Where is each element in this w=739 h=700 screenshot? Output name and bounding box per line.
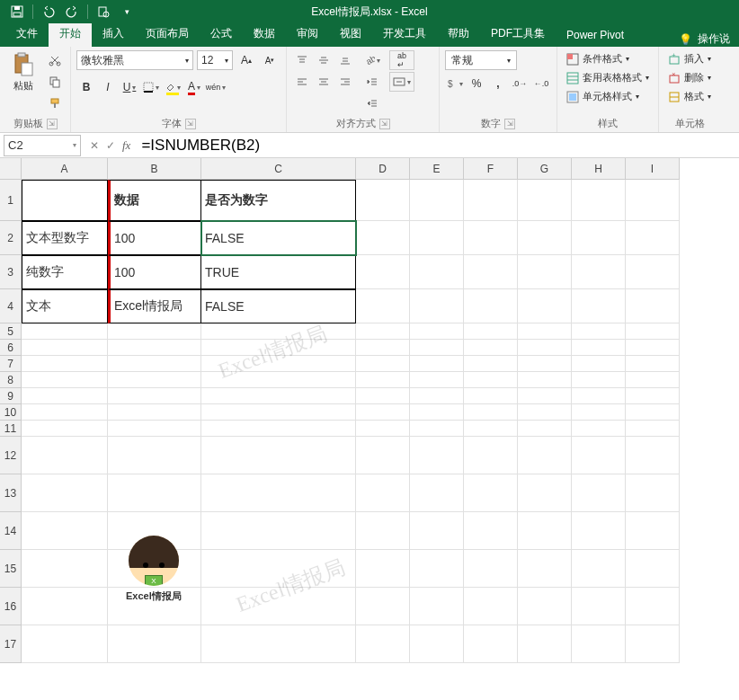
cell-G11[interactable] — [518, 421, 572, 437]
col-header-B[interactable]: B — [108, 158, 201, 180]
row-header-16[interactable]: 16 — [0, 588, 22, 625]
cell-F9[interactable] — [464, 388, 518, 404]
cell-A15[interactable] — [22, 550, 108, 588]
cell-C16[interactable] — [201, 588, 356, 625]
conditional-formatting-button[interactable]: 条件格式▾ — [563, 50, 653, 67]
cancel-formula-icon[interactable]: ✕ — [90, 139, 99, 152]
tab-help[interactable]: 帮助 — [437, 22, 480, 47]
cell-C17[interactable] — [201, 625, 356, 663]
align-center-icon[interactable] — [314, 72, 334, 92]
font-name-combo[interactable]: 微软雅黑▾ — [76, 50, 193, 70]
cell-D1[interactable] — [356, 180, 410, 221]
cell-C5[interactable] — [201, 323, 356, 340]
cell-A9[interactable] — [22, 388, 108, 404]
cell-I8[interactable] — [626, 372, 680, 388]
copy-icon[interactable] — [45, 72, 65, 92]
cell-H11[interactable] — [572, 421, 626, 437]
col-header-I[interactable]: I — [626, 158, 680, 180]
cell-H14[interactable] — [572, 512, 626, 550]
cell-G12[interactable] — [518, 437, 572, 474]
number-launcher-icon[interactable]: ⇲ — [504, 119, 515, 129]
cell-A12[interactable] — [22, 437, 108, 474]
cell-I7[interactable] — [626, 356, 680, 372]
cell-E12[interactable] — [410, 437, 464, 474]
comma-format-icon[interactable]: , — [488, 74, 508, 93]
paste-button[interactable]: 粘贴 — [5, 50, 41, 94]
row-header-8[interactable]: 8 — [0, 372, 22, 388]
cell-B17[interactable] — [108, 625, 201, 663]
cell-A11[interactable] — [22, 421, 108, 437]
cell-I6[interactable] — [626, 340, 680, 356]
cell-I3[interactable] — [626, 255, 680, 289]
decrease-decimal-icon[interactable]: ←.0 — [531, 74, 551, 93]
decrease-indent-icon[interactable] — [362, 72, 382, 92]
cell-I15[interactable] — [626, 550, 680, 588]
cell-D12[interactable] — [356, 437, 410, 474]
cell-B5[interactable] — [108, 323, 201, 340]
align-top-icon[interactable] — [292, 50, 312, 70]
row-header-7[interactable]: 7 — [0, 356, 22, 372]
cell-F3[interactable] — [464, 255, 518, 289]
format-painter-icon[interactable] — [45, 93, 65, 113]
cell-B12[interactable] — [108, 437, 201, 474]
row-header-6[interactable]: 6 — [0, 340, 22, 356]
cell-F17[interactable] — [464, 625, 518, 663]
cell-D3[interactable] — [356, 255, 410, 289]
cell-B7[interactable] — [108, 356, 201, 372]
cell-A4[interactable]: 文本 — [22, 289, 108, 323]
cell-D5[interactable] — [356, 323, 410, 340]
cell-C4[interactable]: FALSE — [201, 289, 356, 323]
cell-F12[interactable] — [464, 437, 518, 474]
orientation-icon[interactable]: ab — [362, 50, 382, 70]
row-header-11[interactable]: 11 — [0, 421, 22, 437]
cell-G9[interactable] — [518, 388, 572, 404]
cell-B1[interactable]: 数据 — [108, 180, 201, 221]
cell-F13[interactable] — [464, 474, 518, 512]
tab-review[interactable]: 审阅 — [286, 22, 329, 47]
row-header-1[interactable]: 1 — [0, 180, 22, 221]
cell-E9[interactable] — [410, 388, 464, 404]
insert-cells-button[interactable]: +插入▾ — [664, 50, 715, 67]
cell-H10[interactable] — [572, 404, 626, 421]
merge-center-button[interactable] — [389, 72, 414, 92]
format-as-table-button[interactable]: 套用表格格式▾ — [563, 69, 653, 86]
cell-E14[interactable] — [410, 512, 464, 550]
cell-H9[interactable] — [572, 388, 626, 404]
cell-A8[interactable] — [22, 372, 108, 388]
cell-C6[interactable] — [201, 340, 356, 356]
cell-D17[interactable] — [356, 625, 410, 663]
tab-view[interactable]: 视图 — [329, 22, 372, 47]
wrap-text-button[interactable]: ab↵ — [389, 50, 414, 70]
cell-E3[interactable] — [410, 255, 464, 289]
cell-C13[interactable] — [201, 474, 356, 512]
fx-icon[interactable]: fx — [122, 138, 130, 153]
cell-E7[interactable] — [410, 356, 464, 372]
print-preview-icon[interactable] — [95, 4, 111, 20]
cell-I9[interactable] — [626, 388, 680, 404]
cell-styles-button[interactable]: 单元格样式▾ — [563, 88, 653, 105]
cell-F10[interactable] — [464, 404, 518, 421]
cell-D2[interactable] — [356, 221, 410, 255]
cell-E17[interactable] — [410, 625, 464, 663]
cell-H7[interactable] — [572, 356, 626, 372]
tell-me[interactable]: 💡 操作说 — [670, 31, 739, 47]
cell-G4[interactable] — [518, 289, 572, 323]
cell-E6[interactable] — [410, 340, 464, 356]
cell-A14[interactable] — [22, 512, 108, 550]
cell-H3[interactable] — [572, 255, 626, 289]
font-size-combo[interactable]: 12▾ — [197, 50, 233, 70]
cell-E1[interactable] — [410, 180, 464, 221]
cell-F6[interactable] — [464, 340, 518, 356]
cell-A3[interactable]: 纯数字 — [22, 255, 108, 289]
cell-A5[interactable] — [22, 323, 108, 340]
cell-G1[interactable] — [518, 180, 572, 221]
cut-icon[interactable] — [45, 50, 65, 70]
fill-color-button[interactable] — [163, 77, 183, 97]
cell-A7[interactable] — [22, 356, 108, 372]
cell-D9[interactable] — [356, 388, 410, 404]
cell-E13[interactable] — [410, 474, 464, 512]
qat-customize-icon[interactable]: ▾ — [119, 4, 135, 20]
cell-G2[interactable] — [518, 221, 572, 255]
align-launcher-icon[interactable]: ⇲ — [379, 119, 390, 129]
row-header-12[interactable]: 12 — [0, 437, 22, 474]
